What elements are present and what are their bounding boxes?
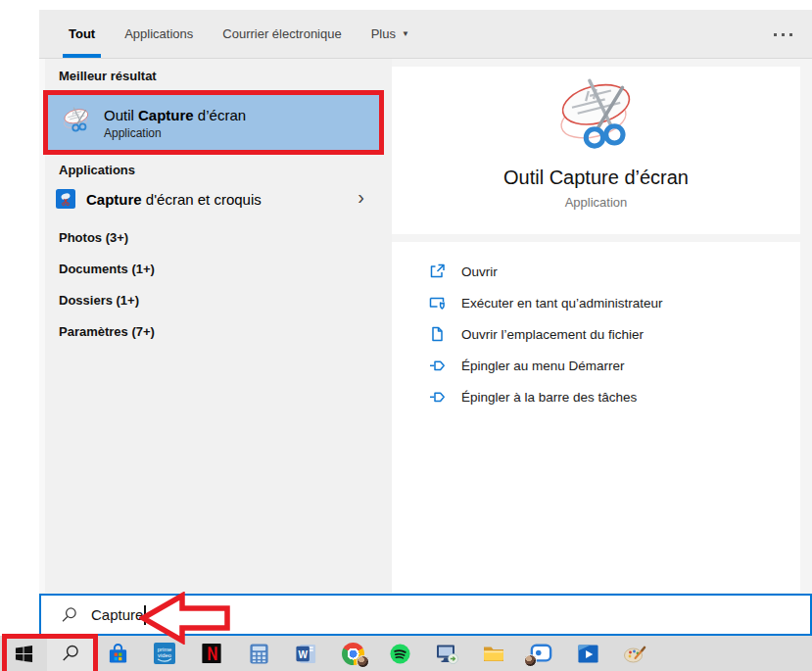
results-pane: Meilleur résultat Outil Capture d’écran … <box>39 59 392 593</box>
tab-courrier-electronique[interactable]: Courrier électronique <box>222 10 341 58</box>
svg-text:W: W <box>298 648 308 659</box>
best-result-subtitle: Application <box>104 126 246 140</box>
paint-button[interactable] <box>611 636 658 671</box>
search-input[interactable]: Capture <box>91 606 143 623</box>
svg-text:video: video <box>158 652 171 658</box>
app-result-title: Capture d'écran et croquis <box>86 191 262 208</box>
best-result-header: Meilleur résultat <box>59 69 157 83</box>
action-epingler-au-menu-demarrer[interactable]: Épingler au menu Démarrer <box>392 350 800 381</box>
windows-logo-icon <box>15 645 33 663</box>
spotify-icon <box>389 643 411 665</box>
action-ouvrir-l-emplacement-du-fichier[interactable]: Ouvrir l’emplacement du fichier <box>392 318 800 350</box>
action-ouvrir[interactable]: Ouvrir <box>392 256 800 287</box>
snipping-tool-icon <box>547 74 646 163</box>
best-result-row[interactable]: Outil Capture d’écran Application <box>47 94 380 151</box>
tab-label: Tout <box>69 26 95 41</box>
store-icon <box>107 643 129 665</box>
search-icon <box>61 606 78 624</box>
best-result-title: Outil Capture d’écran <box>104 106 246 124</box>
camera-app-icon <box>529 643 553 664</box>
spotify-button[interactable] <box>376 636 423 671</box>
movies-tv-button[interactable] <box>564 636 611 671</box>
pin-icon <box>428 388 446 406</box>
open-icon <box>428 263 446 280</box>
tab-applications[interactable]: Applications <box>124 10 193 58</box>
search-icon <box>61 644 80 663</box>
remote-desktop-button[interactable] <box>423 636 470 671</box>
category-label: Dossiers (1+) <box>59 293 139 308</box>
flyout-body: Meilleur résultat Outil Capture d’écran … <box>39 59 812 593</box>
chevron-down-icon: ▼ <box>402 29 409 38</box>
remote-desktop-icon <box>435 642 458 665</box>
preview-actions-card: OuvrirExécuter en tant qu’administrateur… <box>392 242 800 593</box>
word-button[interactable]: W <box>282 636 329 671</box>
category-label: Paramètres (7+) <box>59 324 155 339</box>
apps-group-header: Applications <box>59 163 135 177</box>
calculator-icon <box>248 643 270 665</box>
tab-label: Applications <box>124 26 193 41</box>
chrome-icon <box>342 643 364 665</box>
category-label: Documents (1+) <box>59 262 155 276</box>
microsoft-store-button[interactable] <box>94 636 141 671</box>
preview-subtitle: Application <box>565 195 628 210</box>
category-documents-1[interactable]: Documents (1+) <box>39 253 392 284</box>
search-filter-tabbar: ToutApplicationsCourrier électroniquePlu… <box>39 10 812 59</box>
tab-tout[interactable]: Tout <box>69 10 95 58</box>
tab-plus[interactable]: Plus▼ <box>371 10 409 58</box>
taskbar: primevideoW <box>0 636 812 671</box>
word-icon: W <box>295 643 317 665</box>
category-list: Photos (3+)Documents (1+)Dossiers (1+)Pa… <box>39 221 392 347</box>
preview-pane: Outil Capture d’écran Application Ouvrir… <box>392 59 812 593</box>
admin-shield-icon <box>428 294 446 312</box>
text-caret <box>144 605 146 625</box>
more-options-button[interactable] <box>769 33 792 36</box>
category-label: Photos (3+) <box>59 230 128 245</box>
tab-label: Plus <box>371 26 396 41</box>
chevron-right-icon[interactable]: › <box>358 186 364 209</box>
chrome-button[interactable] <box>329 636 376 671</box>
snipping-tool-icon <box>59 106 94 139</box>
file-explorer-icon <box>482 642 505 665</box>
calculator-button[interactable] <box>235 636 282 671</box>
search-flyout: ToutApplicationsCourrier électroniquePlu… <box>39 10 812 594</box>
prime-video-button[interactable]: primevideo <box>141 636 188 671</box>
category-dossiers-1[interactable]: Dossiers (1+) <box>39 284 392 315</box>
action-executer-en-tant-qu-administrateur[interactable]: Exécuter en tant qu’administrateur <box>392 287 800 318</box>
tab-label: Courrier électronique <box>222 26 341 41</box>
camera-app-button[interactable] <box>517 636 564 671</box>
prime-video-icon: primevideo <box>153 642 176 665</box>
movies-tv-icon <box>577 643 599 665</box>
snip-sketch-icon <box>56 189 75 209</box>
svg-text:prime: prime <box>158 647 172 652</box>
desktop-screen: ToutApplicationsCourrier électroniquePlu… <box>0 0 812 671</box>
profile-photo-badge <box>357 655 369 668</box>
app-result-row[interactable]: Capture d'écran et croquis › <box>39 182 392 216</box>
tab-list: ToutApplicationsCourrier électroniquePlu… <box>69 10 439 58</box>
ellipsis-icon <box>774 33 777 36</box>
start-button[interactable] <box>0 636 47 671</box>
profile-photo-badge <box>524 654 537 667</box>
taskbar-search-box[interactable]: Capture <box>39 594 812 636</box>
action-epingler-a-la-barre-des-taches[interactable]: Épingler à la barre des tâches <box>392 381 800 412</box>
file-location-icon <box>428 325 446 343</box>
pin-icon <box>428 357 446 374</box>
taskbar-search-button[interactable] <box>47 636 94 671</box>
preview-hero-card: Outil Capture d’écran Application <box>392 67 800 234</box>
paint-icon <box>623 642 646 665</box>
netflix-icon <box>201 643 222 664</box>
file-explorer-button[interactable] <box>470 636 517 671</box>
netflix-button[interactable] <box>188 636 235 671</box>
preview-title: Outil Capture d’écran <box>503 167 689 189</box>
category-photos-3[interactable]: Photos (3+) <box>39 221 392 253</box>
category-parametres-7[interactable]: Paramètres (7+) <box>39 315 392 347</box>
